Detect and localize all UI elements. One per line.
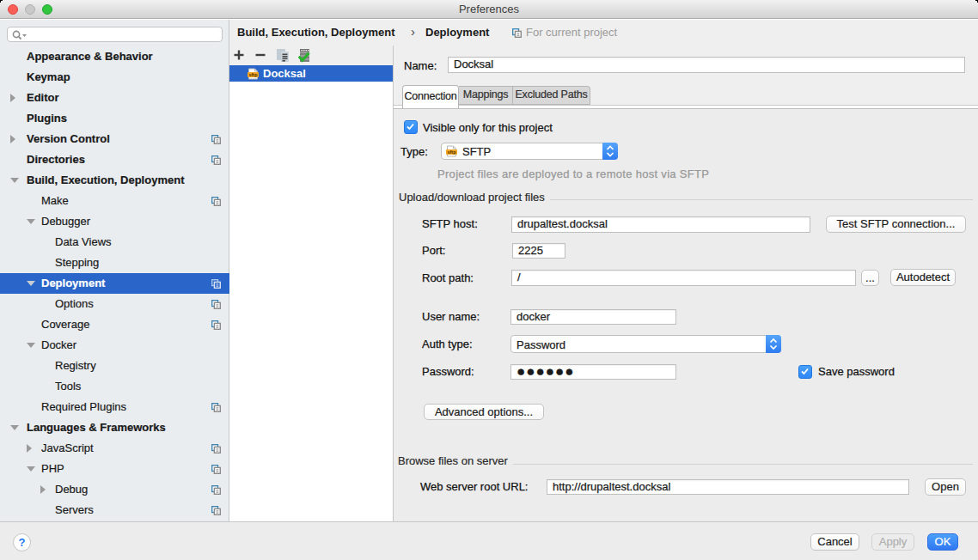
svg-text:sftp: sftp: [248, 72, 258, 77]
svg-text:sftp: sftp: [447, 149, 456, 155]
